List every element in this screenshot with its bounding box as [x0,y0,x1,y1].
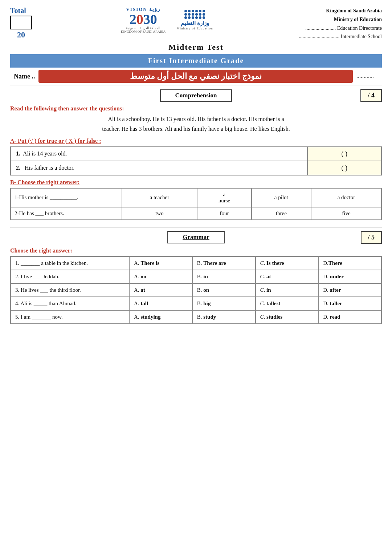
grammar-q5-b: B. study [192,310,256,324]
grammar-q4-a: A. tall [129,297,192,310]
grammar-q3-b: B. on [192,283,256,297]
total-box [10,16,32,29]
grammar-q3: 3. He lives ___ the third floor. [11,283,129,297]
grammar-q4-d: D. taller [318,297,381,310]
table-row: 2-He has ___ brothers. two four three fi… [11,207,381,220]
grammar-q1: 1. _______ a table in the kitchen. [11,257,129,270]
header-center: VISION رؤية 2030 المملكة العربية السعودي… [46,7,287,35]
kingdom-line3: ........................ Education Direc… [287,24,382,33]
opt-two: two [122,207,197,220]
choose-q1: 1-His mother is __________. [11,188,122,207]
grammar-q5-d: D. read [318,310,381,324]
grammar-q5: 5. I am _______ now. [11,310,129,324]
grammar-q3-a: A. at [129,283,192,297]
ministry-english: Ministry of Education [176,27,213,30]
table-row: 2. His father is a doctor. ( ) [11,161,381,175]
grammar-q4-b: B. big [192,297,256,310]
opt-teacher: a teacher [122,188,197,207]
grammar-q1-b: B. There are [192,257,256,270]
opt-three: three [252,207,311,220]
grammar-box: Grammar [167,231,225,243]
true-false-table: 1. Ali is 14 years old. ( ) 2. His fathe… [10,146,382,175]
exam-page: Total 20 VISION رؤية 2030 المملكة العربي… [0,0,392,549]
choose-q2: 2-He has ___ brothers. [11,207,122,220]
total-number: 20 [10,30,32,40]
comprehension-score: / 4 [360,89,382,102]
opt-five: five [311,207,381,220]
opt-four: four [197,207,251,220]
name-dots: ............ [356,73,378,80]
table-row: 3. He lives ___ the third floor. A. at B… [11,283,381,297]
total-label: Total [10,7,26,15]
opt-nurse: anurse [197,188,251,207]
table-row: 4. Ali is _____ than Ahmad. A. tall B. b… [11,297,381,310]
grammar-q2-d: D. under [318,270,381,283]
vision-logo: VISION رؤية 2030 المملكة العربية السعودي… [121,7,166,33]
name-label: Name .. [14,73,35,80]
header-left: Total 20 [10,7,46,40]
table-row: 2. I live ___ Jeddah. A. on B. in C. at … [11,270,381,283]
passage: Ali is a schoolboy. He is 13 years old. … [21,114,371,134]
tf-question-1: 1. Ali is 14 years old. [11,147,307,161]
ministry-arabic: وزارة التعليم [181,20,209,27]
kingdom-line1: Kingdom of Saudi Arabia [287,7,382,15]
kingdom-line2: Ministry of Education [287,15,382,24]
grade-band: First Intermediate Grade [10,54,382,68]
ministry-dots [184,10,205,19]
table-row: 1. _______ a table in the kitchen. A. Th… [11,257,381,270]
grammar-q2: 2. I live ___ Jeddah. [11,270,129,283]
header: Total 20 VISION رؤية 2030 المملكة العربي… [10,7,382,41]
grammar-q4-c: C. tallest [256,297,319,310]
grammar-section-row: Grammar / 5 [10,231,382,244]
subsection-a-title: A- Put (√ ) for true or ( X ) for false … [10,138,382,144]
grammar-q3-c: C. in [256,283,319,297]
vision-kingdom: المملكة العربية السعوديةKINGDOM OF SAUDI… [121,26,166,33]
grammar-q1-a: A. There is [129,257,192,270]
name-row: Name .. نموذج اختبار نصفي مع الحل أول مت… [10,68,382,85]
table-row: 5. I am _______ now. A. studying B. stud… [11,310,381,324]
read-instruction: Read the following then answer the quest… [10,105,382,112]
grammar-q4: 4. Ali is _____ than Ahmad. [11,297,129,310]
grammar-q2-b: B. in [192,270,256,283]
choose-table: 1-His mother is __________. a teacher an… [10,188,382,220]
grammar-score: / 5 [361,231,382,244]
kingdom-line4: ................................ Interme… [287,32,382,41]
table-row: 1. Ali is 14 years old. ( ) [11,147,381,161]
table-row: 1-His mother is __________. a teacher an… [11,188,381,207]
tf-bracket-2: ( ) [307,161,381,175]
name-arabic-banner: نموذج اختبار نصفي مع الحل أول متوسط [38,70,353,83]
grammar-table: 1. _______ a table in the kitchen. A. Th… [10,256,382,324]
comprehension-section-row: Comprehension / 4 [10,89,382,102]
grammar-instruction: Choose the right answer: [10,247,382,254]
opt-pilot: a pilot [252,188,311,207]
ministry-logo: وزارة التعليم Ministry of Education [176,10,213,30]
grammar-q5-c: C. studies [256,310,319,324]
grammar-q5-a: A. studying [129,310,192,324]
tf-question-2: 2. His father is a doctor. [11,161,307,175]
opt-doctor: a doctor [311,188,381,207]
grammar-q2-a: A. on [129,270,192,283]
subsection-b-title: B- Choose the right answer: [10,179,382,186]
divider [10,227,382,227]
midterm-title: Midterm Test [10,43,382,52]
grammar-q1-c: C. Is there [256,257,319,270]
header-right: Kingdom of Saudi Arabia Ministry of Educ… [287,7,382,41]
comprehension-box: Comprehension [160,89,232,102]
logos-row: VISION رؤية 2030 المملكة العربية السعودي… [121,7,213,33]
grammar-q1-d: D.There [318,257,381,270]
vision-year: 2030 [130,12,157,26]
grammar-q3-d: D. after [318,283,381,297]
tf-bracket-1: ( ) [307,147,381,161]
grammar-q2-c: C. at [256,270,319,283]
